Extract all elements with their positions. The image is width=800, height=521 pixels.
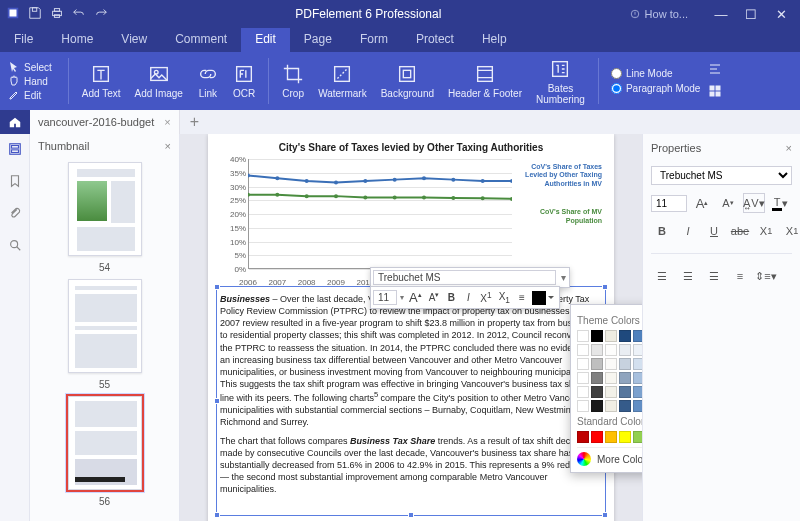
color-swatch[interactable] xyxy=(619,431,631,443)
float-shrink-font-icon[interactable]: A▾ xyxy=(427,290,442,304)
howto-search[interactable]: How to... xyxy=(629,8,688,20)
menu-comment[interactable]: Comment xyxy=(161,28,241,52)
minimize-button[interactable]: — xyxy=(708,7,734,22)
add-image-button[interactable]: Add Image xyxy=(128,63,190,99)
ocr-button[interactable]: OCR xyxy=(226,63,262,99)
print-icon[interactable] xyxy=(50,6,64,22)
float-color-icon[interactable] xyxy=(532,291,546,305)
float-subscript-icon[interactable]: X1 xyxy=(497,290,512,306)
menu-help[interactable]: Help xyxy=(468,28,521,52)
font-color-icon[interactable]: T▾ xyxy=(769,193,791,213)
undo-icon[interactable] xyxy=(72,6,86,22)
new-tab-button[interactable]: + xyxy=(180,113,209,131)
color-swatch[interactable] xyxy=(605,330,617,342)
menu-edit[interactable]: Edit xyxy=(241,28,290,52)
floating-font-toolbar[interactable]: Trebuchet MS ▾ xyxy=(370,267,570,288)
close-button[interactable]: ✕ xyxy=(768,7,794,22)
align-icon[interactable] xyxy=(708,62,722,78)
close-properties-panel[interactable]: × xyxy=(786,142,792,154)
menu-file[interactable]: File xyxy=(0,28,47,52)
close-tab-icon[interactable]: × xyxy=(164,116,170,128)
line-spacing-icon[interactable]: ⇕≡▾ xyxy=(755,266,777,286)
color-swatch[interactable] xyxy=(577,431,589,443)
add-text-button[interactable]: Add Text xyxy=(75,63,128,99)
italic-icon[interactable]: I xyxy=(677,221,699,241)
more-colors-button[interactable]: More Colors xyxy=(577,447,642,466)
color-swatch[interactable] xyxy=(619,372,631,384)
attachments-nav-icon[interactable] xyxy=(6,204,24,222)
color-swatch[interactable] xyxy=(591,372,603,384)
hand-tool[interactable]: Hand xyxy=(8,75,52,87)
color-swatch[interactable] xyxy=(619,330,631,342)
float-font-select[interactable]: Trebuchet MS xyxy=(373,270,556,285)
color-swatch[interactable] xyxy=(577,344,589,356)
redo-icon[interactable] xyxy=(94,6,108,22)
menu-home[interactable]: Home xyxy=(47,28,107,52)
thumbnail-page-selected[interactable] xyxy=(68,396,142,490)
color-swatch[interactable] xyxy=(577,358,589,370)
header-footer-button[interactable]: Header & Footer xyxy=(441,63,529,99)
color-swatch[interactable] xyxy=(591,344,603,356)
home-tab-button[interactable] xyxy=(0,110,30,134)
subscript-icon[interactable]: X1 xyxy=(781,221,800,241)
color-swatch[interactable] xyxy=(605,400,617,412)
color-swatch[interactable] xyxy=(577,372,589,384)
color-swatch[interactable] xyxy=(591,431,603,443)
color-swatch[interactable] xyxy=(591,358,603,370)
background-button[interactable]: Background xyxy=(374,63,441,99)
strike-icon[interactable]: abe xyxy=(729,221,751,241)
color-swatch[interactable] xyxy=(633,400,642,412)
maximize-button[interactable]: ☐ xyxy=(738,7,764,22)
menu-protect[interactable]: Protect xyxy=(402,28,468,52)
color-swatch[interactable] xyxy=(605,372,617,384)
floating-format-toolbar[interactable]: 11▾ A▴ A▾ B I X1 X1 ≡ xyxy=(370,286,560,309)
superscript-icon[interactable]: X1 xyxy=(755,221,777,241)
float-grow-font-icon[interactable]: A▴ xyxy=(407,289,424,306)
crop-button[interactable]: Crop xyxy=(275,63,311,99)
color-swatch[interactable] xyxy=(591,400,603,412)
color-swatch[interactable] xyxy=(591,386,603,398)
align-center-icon[interactable]: ☰ xyxy=(677,266,699,286)
color-swatch[interactable] xyxy=(577,386,589,398)
save-icon[interactable] xyxy=(28,6,42,22)
bates-numbering-button[interactable]: Bates Numbering xyxy=(529,58,592,105)
float-superscript-icon[interactable]: X1 xyxy=(478,289,493,305)
search-nav-icon[interactable] xyxy=(6,236,24,254)
font-family-select[interactable]: Trebuchet MS xyxy=(651,166,792,185)
color-swatch[interactable] xyxy=(633,358,642,370)
color-swatch[interactable] xyxy=(619,400,631,412)
color-swatch[interactable] xyxy=(633,372,642,384)
menu-form[interactable]: Form xyxy=(346,28,402,52)
color-swatch[interactable] xyxy=(633,344,642,356)
float-align-icon[interactable]: ≡ xyxy=(515,291,529,304)
paragraph-mode-radio[interactable]: Paragraph Mode xyxy=(611,83,701,94)
close-thumbnail-panel[interactable]: × xyxy=(165,140,171,152)
color-swatch[interactable] xyxy=(605,386,617,398)
color-swatch[interactable] xyxy=(577,400,589,412)
thumbnails-nav-icon[interactable] xyxy=(6,140,24,158)
link-button[interactable]: Link xyxy=(190,63,226,99)
align-justify-icon[interactable]: ≡ xyxy=(729,266,751,286)
document-tab[interactable]: vancouver-2016-budget × xyxy=(30,110,180,134)
watermark-button[interactable]: Watermark xyxy=(311,63,374,99)
char-spacing-icon[interactable]: A͍V▾ xyxy=(743,193,765,213)
align-right-icon[interactable]: ☰ xyxy=(703,266,725,286)
shrink-font-icon[interactable]: A▾ xyxy=(717,193,739,213)
align-left-icon[interactable]: ☰ xyxy=(651,266,673,286)
color-swatch[interactable] xyxy=(633,330,642,342)
bold-icon[interactable]: B xyxy=(651,221,673,241)
edit-tool[interactable]: Edit xyxy=(8,89,52,101)
color-swatch[interactable] xyxy=(605,344,617,356)
color-swatch[interactable] xyxy=(619,358,631,370)
thumbnail-page[interactable] xyxy=(68,162,142,256)
color-swatch[interactable] xyxy=(619,386,631,398)
color-swatch[interactable] xyxy=(633,386,642,398)
color-swatch[interactable] xyxy=(605,431,617,443)
menu-page[interactable]: Page xyxy=(290,28,346,52)
color-swatch[interactable] xyxy=(577,330,589,342)
options-icon[interactable] xyxy=(708,84,722,100)
float-italic-icon[interactable]: I xyxy=(461,291,475,304)
color-swatch[interactable] xyxy=(591,330,603,342)
float-bold-icon[interactable]: B xyxy=(444,291,458,304)
select-tool[interactable]: Select xyxy=(8,61,52,73)
